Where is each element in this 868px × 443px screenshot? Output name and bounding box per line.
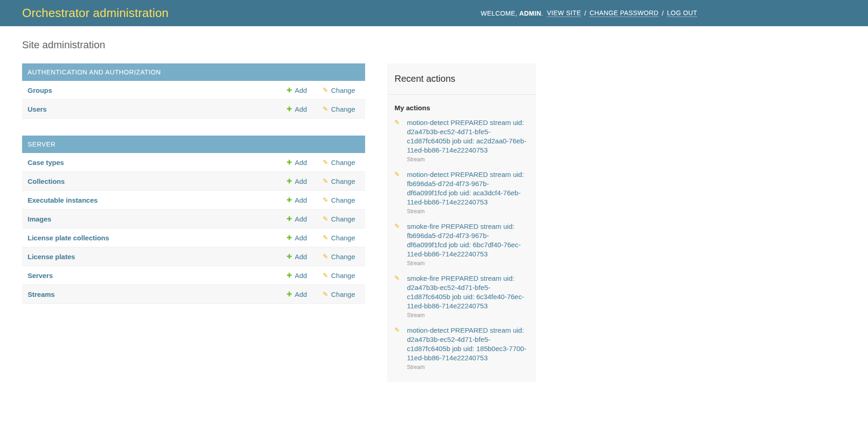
add-icon: ✚ xyxy=(287,159,292,165)
log-out-link[interactable]: LOG OUT xyxy=(667,9,697,17)
model-link-groups[interactable]: Groups xyxy=(28,86,287,94)
model-row-servers: Servers ✚Add ✎Change xyxy=(22,266,365,285)
recent-action-item: ✎ motion-detect PREPARED stream uid: fb6… xyxy=(395,166,529,218)
add-icon: ✚ xyxy=(287,253,292,260)
recent-action-link[interactable]: smoke-fire PREPARED stream uid: fb696da5… xyxy=(407,222,529,259)
add-label: Add xyxy=(295,215,307,223)
change-label: Change xyxy=(331,86,355,94)
change-icon: ✎ xyxy=(323,253,328,260)
model-row-groups: Groups ✚Add ✎Change xyxy=(22,81,365,100)
add-groups-link[interactable]: ✚Add xyxy=(287,86,323,94)
model-row-executable-instances: Executable instances ✚Add ✎Change xyxy=(22,191,365,210)
recent-action-link[interactable]: motion-detect PREPARED stream uid: d2a47… xyxy=(407,326,529,363)
recent-action-item: ✎ motion-detect PREPARED stream uid: d2a… xyxy=(395,322,529,374)
add-icon: ✚ xyxy=(287,87,292,93)
change-executable-instances-link[interactable]: ✎Change xyxy=(323,196,360,204)
add-images-link[interactable]: ✚Add xyxy=(287,215,323,223)
model-link-users[interactable]: Users xyxy=(28,105,287,113)
add-icon: ✚ xyxy=(287,106,292,112)
model-row-case-types: Case types ✚Add ✎Change xyxy=(22,153,365,172)
model-row-license-plate-collections: License plate collections ✚Add ✎Change xyxy=(22,228,365,247)
username: ADMIN xyxy=(519,10,541,17)
user-tools: WELCOME, ADMIN. VIEW SITE / CHANGE PASSW… xyxy=(481,0,697,26)
add-icon: ✚ xyxy=(287,234,292,241)
add-label: Add xyxy=(295,196,307,204)
add-label: Add xyxy=(295,159,307,166)
recent-action-item: ✎ motion-detect PREPARED stream uid: d2a… xyxy=(395,114,529,166)
recent-actions-panel: Recent actions My actions ✎ motion-detec… xyxy=(387,63,536,382)
change-icon: ✎ xyxy=(323,106,328,112)
change-label: Change xyxy=(331,105,355,113)
recent-action-link[interactable]: motion-detect PREPARED stream uid: d2a47… xyxy=(407,118,529,155)
change-label: Change xyxy=(331,253,355,261)
change-password-link[interactable]: CHANGE PASSWORD xyxy=(589,9,658,17)
add-license-plate-collections-link[interactable]: ✚Add xyxy=(287,234,323,242)
change-users-link[interactable]: ✎Change xyxy=(323,105,360,113)
change-icon: ✎ xyxy=(323,291,328,297)
welcome-suffix: . xyxy=(541,10,543,17)
recent-action-link[interactable]: smoke-fire PREPARED stream uid: d2a47b3b… xyxy=(407,274,529,311)
add-icon: ✚ xyxy=(287,272,292,278)
page-title: Site administration xyxy=(22,39,846,51)
change-label: Change xyxy=(331,177,355,185)
model-link-servers[interactable]: Servers xyxy=(28,272,287,279)
view-site-link[interactable]: VIEW SITE xyxy=(547,9,581,17)
recent-action-item: ✎ smoke-fire PREPARED stream uid: fb696d… xyxy=(395,218,529,270)
change-icon: ✎ xyxy=(395,327,400,333)
model-link-streams[interactable]: Streams xyxy=(28,290,287,298)
change-icon: ✎ xyxy=(395,171,400,177)
recent-action-item: ✎ smoke-fire PREPARED stream uid: d2a47b… xyxy=(395,270,529,322)
change-icon: ✎ xyxy=(323,159,328,165)
recent-action-type: Stream xyxy=(407,260,529,267)
change-icon: ✎ xyxy=(323,216,328,222)
app-module-server-title[interactable]: SERVER xyxy=(22,136,365,153)
my-actions-title: My actions xyxy=(387,95,536,114)
change-case-types-link[interactable]: ✎Change xyxy=(323,159,360,166)
add-icon: ✚ xyxy=(287,291,292,297)
change-collections-link[interactable]: ✎Change xyxy=(323,177,360,185)
model-link-collections[interactable]: Collections xyxy=(28,177,287,185)
add-executable-instances-link[interactable]: ✚Add xyxy=(287,196,323,204)
separator: / xyxy=(584,10,586,17)
change-icon: ✎ xyxy=(395,275,400,281)
action-list: ✎ motion-detect PREPARED stream uid: d2a… xyxy=(387,114,536,374)
add-license-plates-link[interactable]: ✚Add xyxy=(287,253,323,261)
model-link-images[interactable]: Images xyxy=(28,215,287,223)
change-images-link[interactable]: ✎Change xyxy=(323,215,360,223)
recent-action-link[interactable]: motion-detect PREPARED stream uid: fb696… xyxy=(407,170,529,207)
change-servers-link[interactable]: ✎Change xyxy=(323,272,360,279)
add-users-link[interactable]: ✚Add xyxy=(287,105,323,113)
change-label: Change xyxy=(331,159,355,166)
add-case-types-link[interactable]: ✚Add xyxy=(287,159,323,166)
separator: / xyxy=(662,10,664,17)
change-icon: ✎ xyxy=(323,197,328,203)
add-streams-link[interactable]: ✚Add xyxy=(287,290,323,298)
model-row-license-plates: License plates ✚Add ✎Change xyxy=(22,247,365,266)
change-groups-link[interactable]: ✎Change xyxy=(323,86,360,94)
model-link-executable-instances[interactable]: Executable instances xyxy=(28,196,287,204)
add-servers-link[interactable]: ✚Add xyxy=(287,272,323,279)
add-icon: ✚ xyxy=(287,216,292,222)
change-license-plates-link[interactable]: ✎Change xyxy=(323,253,360,261)
content: Site administration AUTHENTICATION AND A… xyxy=(0,26,868,382)
change-label: Change xyxy=(331,272,355,279)
add-collections-link[interactable]: ✚Add xyxy=(287,177,323,185)
add-label: Add xyxy=(295,105,307,113)
change-icon: ✎ xyxy=(323,234,328,241)
model-link-license-plates[interactable]: License plates xyxy=(28,253,287,261)
change-license-plate-collections-link[interactable]: ✎Change xyxy=(323,234,360,242)
change-label: Change xyxy=(331,290,355,298)
change-streams-link[interactable]: ✎Change xyxy=(323,290,360,298)
add-icon: ✚ xyxy=(287,178,292,184)
model-link-case-types[interactable]: Case types xyxy=(28,159,287,166)
model-link-license-plate-collections[interactable]: License plate collections xyxy=(28,234,287,242)
add-label: Add xyxy=(295,86,307,94)
change-icon: ✎ xyxy=(395,223,400,229)
change-label: Change xyxy=(331,234,355,242)
site-title-link[interactable]: Orchestrator administration xyxy=(22,6,169,20)
recent-action-type: Stream xyxy=(407,312,529,318)
change-icon: ✎ xyxy=(323,178,328,184)
add-label: Add xyxy=(295,234,307,242)
app-module-auth-title[interactable]: AUTHENTICATION AND AUTHORIZATION xyxy=(22,63,365,81)
app-list: AUTHENTICATION AND AUTHORIZATION Groups … xyxy=(22,63,365,321)
